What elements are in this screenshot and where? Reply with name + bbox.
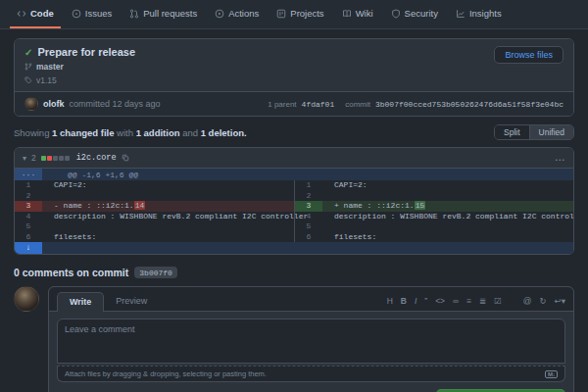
- unified-view-button[interactable]: Unified: [529, 125, 573, 139]
- parent-sha-link[interactable]: 4fdaf01: [302, 100, 335, 109]
- diff-line-context: 1 CAPI=2:: [295, 180, 573, 191]
- tag-name[interactable]: v1.15: [36, 75, 57, 85]
- ordered-list-icon[interactable]: ≣: [479, 297, 486, 306]
- play-icon: [215, 9, 224, 19]
- comment-input[interactable]: [57, 318, 565, 364]
- nav-tab-label: Issues: [85, 8, 112, 19]
- diff-line-context: 2: [15, 191, 294, 202]
- nav-tab-projects[interactable]: Projects: [270, 0, 330, 28]
- comment-tabs: Write Preview: [57, 292, 159, 311]
- line-number[interactable]: 3: [15, 201, 42, 212]
- markdown-supported-icon[interactable]: M↓: [545, 370, 558, 378]
- pull-request-icon: [129, 9, 139, 19]
- link-icon[interactable]: ∞: [453, 297, 459, 306]
- nav-tab-security[interactable]: Security: [384, 0, 445, 28]
- deleted-word-highlight: 14: [134, 201, 146, 210]
- task-list-icon[interactable]: ☑: [494, 297, 502, 306]
- copy-path-icon[interactable]: [122, 154, 129, 162]
- author-link[interactable]: olofk: [43, 99, 65, 109]
- expand-down-icon[interactable]: ↓: [15, 242, 42, 254]
- diff-line-context: 6 filesets:: [295, 232, 573, 243]
- comment-form: Write Preview H B I ” <> ∞ ≡ ≣ ☑ @ ↻ ↩▾: [48, 286, 574, 392]
- line-number[interactable]: 3: [295, 201, 322, 212]
- split-view-button[interactable]: Split: [495, 125, 529, 139]
- parent-label: 1 parent: [268, 100, 296, 109]
- nav-tab-insights[interactable]: Insights: [449, 0, 509, 28]
- deletion-count: 1 deletion.: [201, 127, 247, 138]
- diff-line-context: 4 description : WISHBONE revB.2 complian…: [15, 212, 294, 222]
- comments-heading: 0 comments on commit 3b007f0: [14, 267, 574, 278]
- commit-page-main: ✓ Prepare for release master v1.15 Brows…: [0, 29, 588, 392]
- line-number[interactable]: 5: [15, 221, 42, 232]
- attach-files-text: Attach files by dragging & dropping, sel…: [65, 369, 267, 378]
- commit-sha-badge: 3b007f0: [134, 267, 177, 278]
- branch-row: master: [24, 62, 135, 72]
- collapse-chevron-icon[interactable]: ▾: [23, 154, 26, 163]
- code-icon: [17, 9, 26, 19]
- shield-icon: [391, 9, 401, 19]
- quote-icon[interactable]: ”: [424, 297, 427, 306]
- branch-name[interactable]: master: [36, 62, 64, 72]
- file-name[interactable]: i2c.core: [76, 153, 117, 163]
- expand-hunk-control[interactable]: ···: [15, 169, 42, 180]
- changed-file-count: 1 changed file: [52, 127, 114, 138]
- saved-reply-icon[interactable]: ↩▾: [555, 297, 565, 306]
- book-icon: [342, 9, 352, 19]
- heading-icon[interactable]: H: [387, 297, 393, 306]
- author-avatar[interactable]: [24, 97, 38, 111]
- diff-line-context: 4 description : WISHBONE revB.2 complian…: [295, 212, 573, 222]
- nav-tab-label: Security: [405, 8, 438, 19]
- tab-write[interactable]: Write: [57, 292, 104, 312]
- line-number[interactable]: 1: [15, 180, 42, 191]
- diff-summary-row: Showing 1 changed file with 1 addition a…: [14, 124, 574, 140]
- tab-preview[interactable]: Preview: [104, 292, 159, 311]
- nav-tab-label: Actions: [228, 8, 259, 19]
- file-options-kebab-icon[interactable]: ...: [555, 153, 565, 163]
- diff-pane-new: 1 CAPI=2: 2 3 + name : ::i2c:1.15 4 desc…: [294, 180, 573, 242]
- diff-line-context: 5: [15, 221, 294, 232]
- nav-tab-label: Projects: [290, 8, 323, 19]
- line-number[interactable]: 4: [15, 212, 42, 222]
- nav-tab-label: Pull requests: [143, 8, 197, 19]
- line-number[interactable]: 2: [15, 191, 42, 202]
- hunk-header-row: ··· @@ -1,6 +1,6 @@: [15, 169, 573, 180]
- nav-tab-label: Insights: [469, 8, 502, 19]
- diff-line-addition: 3 + name : ::i2c:1.15: [295, 201, 573, 212]
- line-number[interactable]: 1: [295, 180, 322, 191]
- nav-tab-code[interactable]: Code: [10, 0, 61, 28]
- branch-icon: [24, 63, 32, 71]
- browse-files-button[interactable]: Browse files: [494, 46, 564, 64]
- nav-tab-wiki[interactable]: Wiki: [335, 0, 380, 28]
- line-number[interactable]: 5: [295, 221, 322, 232]
- diff-line-context: 1 CAPI=2:: [15, 180, 294, 191]
- nav-tab-label: Code: [30, 8, 54, 19]
- unordered-list-icon[interactable]: ≡: [466, 297, 471, 306]
- bold-icon[interactable]: B: [401, 297, 407, 306]
- attach-files-strip[interactable]: Attach files by dragging & dropping, sel…: [57, 366, 565, 382]
- hunk-header-text: @@ -1,6 +1,6 @@: [42, 169, 138, 180]
- markdown-toolbar: H B I ” <> ∞ ≡ ≣ ☑ @ ↻ ↩▾: [387, 297, 565, 312]
- line-number[interactable]: 6: [15, 232, 42, 243]
- line-number[interactable]: 6: [295, 232, 322, 243]
- nav-tab-pull-requests[interactable]: Pull requests: [122, 0, 204, 28]
- check-success-icon: ✓: [24, 47, 32, 58]
- graph-icon: [456, 9, 466, 19]
- nav-tab-actions[interactable]: Actions: [208, 0, 266, 28]
- nav-tab-issues[interactable]: Issues: [65, 0, 119, 28]
- repo-tab-nav: Code Issues Pull requests Actions Projec…: [0, 0, 588, 29]
- diff-line-context: 2: [295, 191, 573, 202]
- cross-reference-icon[interactable]: ↻: [539, 297, 546, 306]
- mention-icon[interactable]: @: [523, 297, 532, 306]
- diff-view-toggle: Split Unified: [494, 124, 574, 140]
- diffstat-squares: [41, 156, 70, 161]
- project-icon: [276, 9, 286, 19]
- diff-table: ··· @@ -1,6 +1,6 @@ 1 CAPI=2: 2 3: [15, 169, 573, 254]
- line-number[interactable]: 4: [295, 212, 322, 222]
- expand-diff-row: ↓: [15, 242, 573, 254]
- nav-tab-label: Wiki: [356, 8, 373, 19]
- code-icon[interactable]: <>: [435, 297, 445, 306]
- italic-icon[interactable]: I: [415, 297, 416, 306]
- line-number[interactable]: 2: [295, 191, 322, 202]
- commit-label: commit: [345, 100, 370, 109]
- addition-count: 1 addition: [136, 127, 180, 138]
